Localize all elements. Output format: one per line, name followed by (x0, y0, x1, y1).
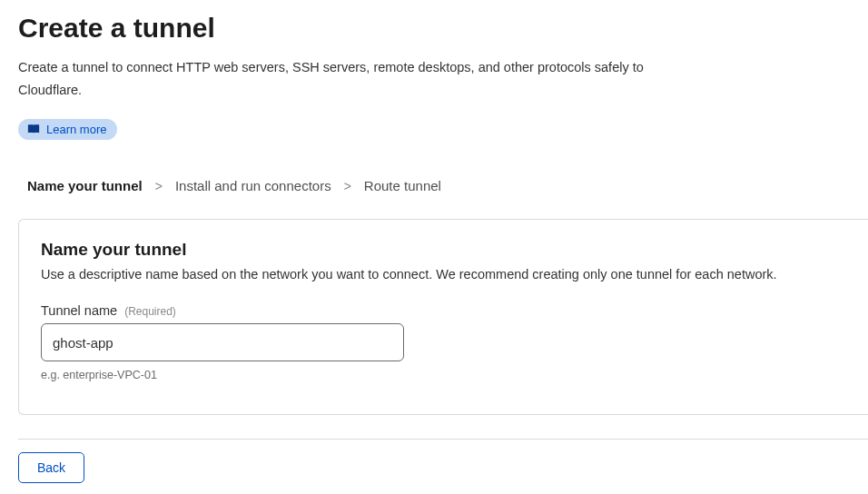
chevron-right-icon: > (155, 179, 163, 193)
footer-divider (18, 439, 868, 440)
chevron-right-icon: > (344, 179, 351, 193)
footer: Back (18, 452, 868, 483)
step-breadcrumb: Name your tunnel > Install and run conne… (18, 178, 868, 193)
tunnel-name-hint: e.g. enterprise-VPC-01 (41, 369, 846, 381)
required-tag: (Required) (124, 305, 176, 318)
form-panel: Name your tunnel Use a descriptive name … (18, 219, 868, 415)
tunnel-name-label: Tunnel name (Required) (41, 303, 846, 318)
step-install-connectors[interactable]: Install and run connectors (175, 178, 331, 193)
learn-more-button[interactable]: Learn more (18, 119, 117, 141)
field-label-text: Tunnel name (41, 303, 117, 318)
learn-more-label: Learn more (46, 123, 106, 137)
back-button[interactable]: Back (18, 452, 84, 483)
book-icon (27, 124, 40, 135)
page-subtitle: Create a tunnel to connect HTTP web serv… (18, 56, 690, 103)
step-route-tunnel[interactable]: Route tunnel (364, 178, 441, 193)
panel-heading: Name your tunnel (41, 240, 846, 260)
tunnel-name-input[interactable] (41, 323, 404, 361)
page-title: Create a tunnel (18, 13, 868, 44)
step-name-tunnel[interactable]: Name your tunnel (27, 178, 143, 193)
panel-description: Use a descriptive name based on the netw… (41, 267, 846, 282)
